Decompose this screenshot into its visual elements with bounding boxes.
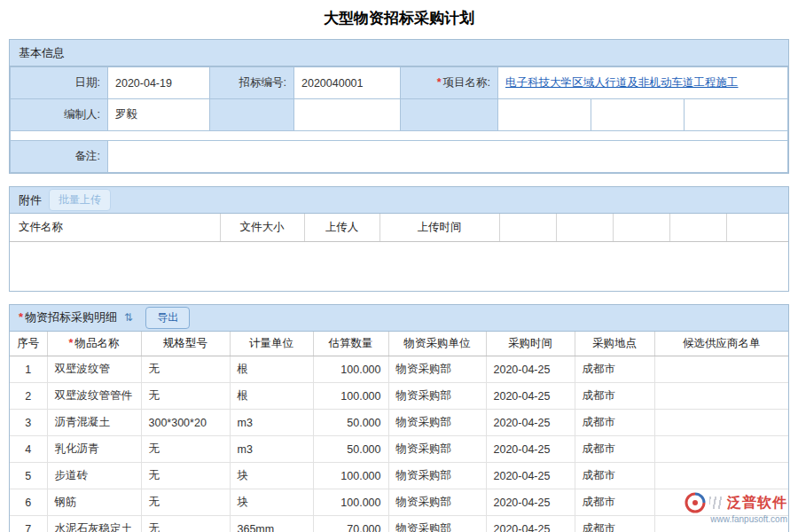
details-col-header: 估算数量 <box>313 332 388 356</box>
table-cell: 100.000 <box>313 463 388 489</box>
table-cell: 50.000 <box>313 410 388 436</box>
table-cell: 无 <box>141 436 230 463</box>
required-mark: * <box>69 337 74 349</box>
basic-info-row-1: 日期: 2020-04-19 招标编号: 2020040001 *项目名称: 电… <box>11 67 788 99</box>
table-cell: 2020-04-25 <box>486 356 575 383</box>
table-cell: 2020-04-25 <box>486 463 575 489</box>
table-cell: 2020-04-25 <box>486 383 575 410</box>
batch-upload-button[interactable]: 批量上传 <box>49 189 111 211</box>
details-col-header: 采购地点 <box>575 332 654 356</box>
table-cell: m3 <box>230 436 313 463</box>
table-cell: 6 <box>10 489 47 516</box>
table-cell: 物资采购部 <box>388 436 486 463</box>
empty-value-cell <box>591 99 685 131</box>
table-cell <box>654 383 788 410</box>
empty-value-cell <box>498 99 591 131</box>
sort-toggle-icon[interactable]: ⇅ <box>124 312 133 323</box>
table-cell: 2020-04-25 <box>486 410 575 436</box>
table-cell: 块 <box>230 463 313 489</box>
table-row: 5步道砖无块100.000物资采购部2020-04-25成都市 <box>10 463 788 489</box>
table-cell: 成都市 <box>575 463 654 489</box>
table-cell: 成都市 <box>575 489 654 516</box>
basic-info-title: 基本信息 <box>19 45 65 61</box>
basic-info-table: 日期: 2020-04-19 招标编号: 2020040001 *项目名称: 电… <box>10 66 788 173</box>
table-cell: 2020-04-25 <box>486 516 575 532</box>
table-cell <box>654 436 788 463</box>
basic-info-header: 基本信息 <box>10 40 788 66</box>
table-cell: 块 <box>230 489 313 516</box>
attachments-col-header <box>669 214 726 241</box>
date-value: 2020-04-19 <box>108 67 210 99</box>
table-cell: 物资采购部 <box>388 410 486 436</box>
table-cell: 2020-04-25 <box>486 436 575 463</box>
table-cell: 根 <box>230 383 313 410</box>
table-cell: 无 <box>141 383 230 410</box>
table-row: 6钢筋无块100.000物资采购部2020-04-25成都市 <box>10 489 788 516</box>
table-cell: 无 <box>141 489 230 516</box>
table-cell: 成都市 <box>575 410 654 436</box>
basic-info-row-remark: 备注: <box>11 141 788 173</box>
table-cell <box>654 410 788 436</box>
table-cell: 365mm <box>230 516 313 532</box>
table-cell: 无 <box>141 356 230 383</box>
details-header-row: 序号*物品名称规格型号计量单位估算数量物资采购单位采购时间采购地点候选供应商名单 <box>10 332 788 356</box>
attachments-col-header: 上传时间 <box>379 214 499 241</box>
table-cell: 物资采购部 <box>388 383 486 410</box>
table-cell: 成都市 <box>575 383 654 410</box>
table-cell: 2 <box>10 383 47 410</box>
table-cell: 1 <box>10 356 47 383</box>
table-cell: 钢筋 <box>47 489 141 516</box>
details-col-header: 采购时间 <box>486 332 575 356</box>
bid-no-label: 招标编号: <box>210 67 294 99</box>
table-cell: 成都市 <box>575 516 654 532</box>
fanpu-logo-row: 泛普软件 <box>685 492 787 513</box>
table-cell <box>654 356 788 383</box>
table-cell: 300*300*20 <box>141 410 230 436</box>
table-cell: 无 <box>141 463 230 489</box>
table-cell: 双壁波纹管管件 <box>47 383 141 410</box>
project-label: *项目名称: <box>401 67 498 99</box>
table-cell: 物资采购部 <box>388 516 486 532</box>
attachments-col-header: 文件大小 <box>220 214 304 241</box>
table-cell: m3 <box>230 410 313 436</box>
table-cell: 5 <box>10 463 47 489</box>
table-row: 3沥青混凝土300*300*20m350.000物资采购部2020-04-25成… <box>10 410 788 436</box>
empty-label-cell <box>210 99 294 131</box>
table-cell: 水泥石灰稳定土 <box>47 516 141 532</box>
table-cell: 物资采购部 <box>388 463 486 489</box>
attachments-col-header <box>499 214 556 241</box>
export-button[interactable]: 导出 <box>145 307 190 329</box>
table-cell: 根 <box>230 356 313 383</box>
attachments-empty-body <box>10 242 788 291</box>
table-cell: 成都市 <box>575 436 654 463</box>
date-label: 日期: <box>11 67 108 99</box>
details-col-header: 规格型号 <box>141 332 230 356</box>
spacer-row <box>11 131 788 141</box>
details-col-header: 序号 <box>10 332 47 356</box>
fanpu-logo-text: 泛普软件 <box>727 494 787 511</box>
attachments-col-header <box>556 214 613 241</box>
attachments-header-row: 文件名称文件大小上传人上传时间 <box>10 214 788 241</box>
table-cell: 成都市 <box>575 356 654 383</box>
table-cell: 物资采购部 <box>388 356 486 383</box>
required-mark: * <box>19 310 23 324</box>
details-col-header: *物品名称 <box>47 332 141 356</box>
attachments-header: 附件 批量上传 <box>10 187 788 214</box>
bid-no-value: 2020040001 <box>294 67 401 99</box>
table-row: 2双壁波纹管管件无根100.000物资采购部2020-04-25成都市 <box>10 383 788 410</box>
attachments-col-header: 上传人 <box>304 214 379 241</box>
compiler-label: 编制人: <box>11 99 108 131</box>
attachments-col-header <box>613 214 669 241</box>
table-cell: 2020-04-25 <box>486 489 575 516</box>
attachments-section: 附件 批量上传 文件名称文件大小上传人上传时间 <box>9 186 789 292</box>
empty-value-cell <box>685 99 788 131</box>
basic-info-section: 基本信息 日期: 2020-04-19 招标编号: 2020040001 *项目… <box>9 39 789 174</box>
table-cell: 100.000 <box>313 489 388 516</box>
table-cell: 3 <box>10 410 47 436</box>
project-link[interactable]: 电子科技大学区域人行道及非机动车道工程施工 <box>505 76 739 89</box>
details-col-header: 物资采购单位 <box>388 332 486 356</box>
details-table-body: 1双壁波纹管无根100.000物资采购部2020-04-25成都市2双壁波纹管管… <box>10 356 788 532</box>
fanpu-logo-icon <box>685 492 706 513</box>
details-col-header: 计量单位 <box>230 332 313 356</box>
page-title: 大型物资招标采购计划 <box>0 0 798 39</box>
